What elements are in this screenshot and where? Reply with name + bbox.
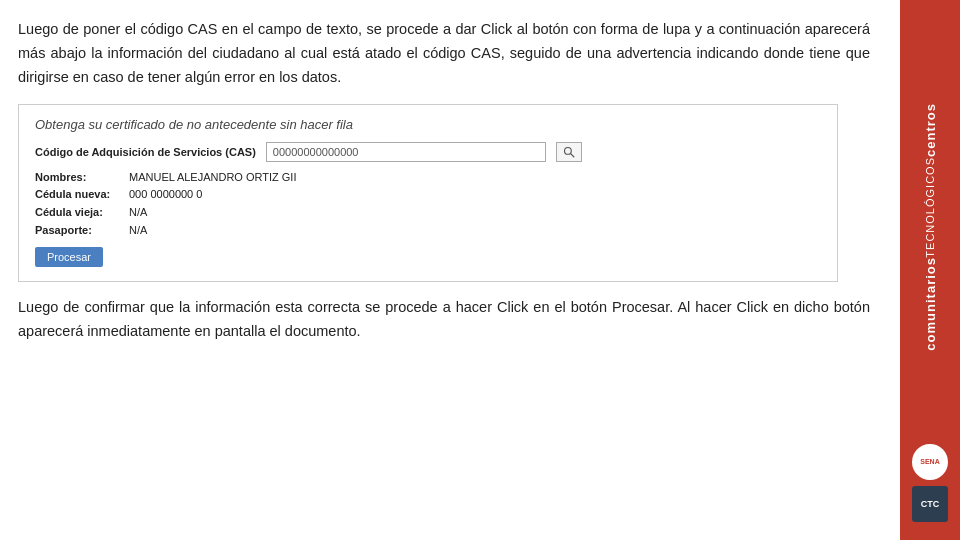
right-sidebar: centros TECNOLÓGICOS comunitarios SENA C… [900, 0, 960, 540]
sena-logo: SENA [912, 444, 948, 480]
cedula-vieja-row: Cédula vieja: N/A [35, 204, 821, 222]
cas-input[interactable] [266, 142, 546, 162]
cedula-nueva-row: Cédula nueva: 000 0000000 0 [35, 186, 821, 204]
pasaporte-value: N/A [129, 222, 147, 240]
ctc-logo: CTC [912, 486, 948, 522]
form-title: Obtenga su certificado de no antecedente… [35, 117, 821, 132]
sidebar-logos: SENA CTC [912, 444, 948, 530]
search-button[interactable] [556, 142, 582, 162]
cedula-nueva-value: 000 0000000 0 [129, 186, 202, 204]
cedula-nueva-label: Cédula nueva: [35, 186, 125, 204]
sidebar-text-block: centros TECNOLÓGICOS comunitarios [900, 10, 960, 444]
info-block: Nombres: MANUEL ALEJANDRO ORTIZ GII Cédu… [35, 169, 821, 239]
pasaporte-row: Pasaporte: N/A [35, 222, 821, 240]
svg-line-1 [570, 153, 574, 157]
procesar-button[interactable]: Procesar [35, 247, 103, 267]
nombres-row: Nombres: MANUEL ALEJANDRO ORTIZ GII [35, 169, 821, 187]
pasaporte-label: Pasaporte: [35, 222, 125, 240]
search-icon [563, 146, 575, 158]
svg-point-0 [564, 147, 571, 154]
main-content: Luego de poner el código CAS en el campo… [0, 0, 900, 540]
cedula-vieja-label: Cédula vieja: [35, 204, 125, 222]
cas-label: Código de Adquisición de Servicios (CAS) [35, 146, 256, 158]
nombres-value: MANUEL ALEJANDRO ORTIZ GII [129, 169, 296, 187]
sidebar-tecnologicos-text: TECNOLÓGICOS [924, 157, 936, 258]
cas-row: Código de Adquisición de Servicios (CAS) [35, 142, 821, 162]
nombres-label: Nombres: [35, 169, 125, 187]
paragraph-1: Luego de poner el código CAS en el campo… [18, 18, 870, 90]
sidebar-centros-text: centros [923, 103, 938, 157]
form-image-container: Obtenga su certificado de no antecedente… [18, 104, 838, 282]
paragraph-2: Luego de confirmar que la información es… [18, 296, 870, 344]
cedula-vieja-value: N/A [129, 204, 147, 222]
sidebar-comunitarios-text: comunitarios [923, 257, 938, 351]
